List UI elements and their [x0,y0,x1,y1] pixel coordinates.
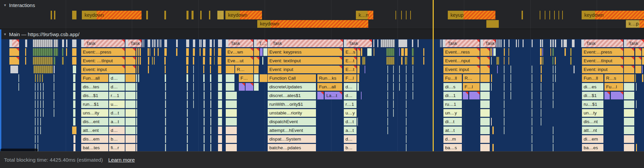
flame-bar[interactable] [54,57,55,65]
flame-bar[interactable] [210,66,211,73]
flame-bar[interactable] [136,83,137,91]
flame-bar[interactable] [138,57,139,65]
flame-bar[interactable] [42,74,43,82]
flame-bar[interactable]: Event: input [443,66,480,73]
flame-bar[interactable] [38,118,38,125]
flame-bar[interactable] [508,39,509,47]
flame-bar[interactable] [204,127,205,134]
flame-bar[interactable] [532,127,532,134]
flame-bar[interactable] [636,144,637,152]
flame-bar[interactable] [254,83,259,91]
flame-bar[interactable] [40,109,41,117]
flame-bar[interactable] [218,127,222,134]
flame-bar[interactable] [357,118,358,125]
interaction-bar[interactable] [72,11,76,19]
flame-bar[interactable] [157,39,158,47]
interaction-bar[interactable] [209,11,210,19]
interaction-bar[interactable] [51,11,52,19]
flame-bar[interactable] [125,92,136,99]
flame-bar[interactable] [387,118,388,125]
flame-bar[interactable] [552,57,553,65]
flame-bar[interactable] [199,39,200,47]
interactions-track-header[interactable]: ▼ Interactions [3,2,35,8]
flame-bar[interactable] [40,127,41,134]
flame-bar[interactable] [148,39,150,47]
flame-bar[interactable] [406,109,407,117]
flame-bar[interactable] [165,127,166,134]
flame-bar[interactable] [423,57,424,65]
flame-bar[interactable] [239,83,245,91]
flame-bar[interactable]: F… [239,74,253,82]
flame-bar[interactable] [73,109,75,117]
flame-bar[interactable] [165,83,166,91]
flame-bar[interactable] [553,100,553,108]
flame-bar[interactable]: Event: keypress [268,48,342,56]
flame-bar[interactable] [553,74,553,82]
flame-bar[interactable] [504,118,504,125]
flame-bar[interactable] [511,92,511,99]
flame-bar[interactable]: di…$1 [582,92,603,99]
flame-bar[interactable] [210,48,212,56]
flame-bar[interactable] [246,83,253,91]
flame-bar[interactable] [204,135,205,143]
flame-bar[interactable] [73,92,75,99]
flame-bar[interactable] [154,57,155,65]
flame-bar[interactable] [193,83,194,91]
flame-bar[interactable] [72,39,76,47]
flame-bar[interactable] [154,48,155,56]
flame-bar[interactable]: un…y [443,109,462,117]
flame-bar[interactable] [54,100,54,108]
interaction-bar[interactable]: keydown [225,11,262,19]
flame-bar[interactable] [200,48,201,56]
flame-bar[interactable] [210,144,211,152]
flame-bar[interactable] [406,83,407,91]
flame-bar[interactable] [35,74,36,82]
interaction-bar[interactable] [486,20,499,28]
interaction-bar[interactable] [401,11,402,19]
flame-bar[interactable] [62,48,63,56]
flame-bar[interactable] [43,83,44,91]
flame-bar[interactable]: ba…es [582,144,603,152]
flame-bar[interactable] [154,39,155,47]
flame-bar[interactable] [541,74,542,82]
flame-bar[interactable] [572,39,575,47]
flame-bar[interactable]: d… [344,92,357,99]
flame-bar[interactable] [73,144,75,152]
flame-bar[interactable] [165,109,166,117]
flame-bar[interactable] [38,92,38,99]
flame-bar[interactable] [463,92,468,99]
flame-bar[interactable] [541,118,541,125]
flame-bar[interactable] [501,39,502,47]
flame-bar[interactable]: R…s [604,74,623,82]
flame-bar[interactable] [491,57,492,65]
flame-bar[interactable] [480,48,490,56]
flame-bar[interactable]: run…$1 [81,100,108,108]
flame-bar[interactable] [412,39,413,47]
flame-bar[interactable] [504,48,505,56]
flame-bar[interactable] [413,74,413,82]
flame-bar[interactable] [357,66,360,73]
flame-bar[interactable]: d…t [344,118,357,125]
flame-bar[interactable] [496,57,499,65]
flame-bar[interactable] [226,83,234,91]
flame-bar[interactable] [10,66,18,73]
flame-bar[interactable] [393,83,394,91]
flame-bar[interactable] [553,66,553,73]
flame-bar[interactable] [136,92,137,99]
flame-bar[interactable] [624,109,634,117]
flame-bar[interactable] [62,57,64,65]
flame-bar[interactable] [203,74,205,82]
flame-bar[interactable] [441,39,442,47]
flame-bar[interactable] [125,118,136,125]
flame-bar[interactable] [491,74,492,82]
flame-bar[interactable] [440,39,441,47]
flame-bar[interactable] [624,92,634,99]
flame-bar[interactable] [361,48,362,56]
flame-bar[interactable] [38,127,38,134]
flame-bar[interactable] [25,57,26,65]
flame-bar[interactable] [565,48,566,56]
flame-bar[interactable] [193,92,194,99]
flame-bar[interactable] [210,92,211,99]
flame-bar[interactable] [480,118,490,125]
flame-bar[interactable] [540,48,542,56]
